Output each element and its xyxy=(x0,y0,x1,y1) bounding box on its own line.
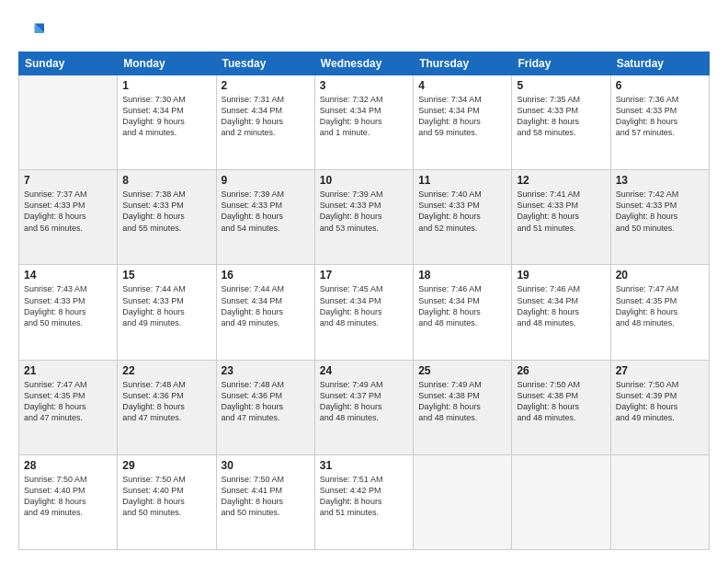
weekday-header-sunday: Sunday xyxy=(19,52,118,75)
day-number: 11 xyxy=(418,174,506,187)
day-number: 28 xyxy=(24,459,112,472)
cell-details: Sunrise: 7:46 AM Sunset: 4:34 PM Dayligh… xyxy=(517,283,605,328)
day-number: 30 xyxy=(222,459,310,472)
calendar-week-row: 7Sunrise: 7:37 AM Sunset: 4:33 PM Daylig… xyxy=(19,170,710,265)
calendar-week-row: 1Sunrise: 7:30 AM Sunset: 4:34 PM Daylig… xyxy=(19,75,710,170)
cell-details: Sunrise: 7:47 AM Sunset: 4:35 PM Dayligh… xyxy=(616,283,704,328)
logo-icon xyxy=(18,20,44,46)
day-number: 6 xyxy=(616,79,704,92)
calendar-cell: 18Sunrise: 7:46 AM Sunset: 4:34 PM Dayli… xyxy=(414,265,512,360)
day-number: 18 xyxy=(418,269,506,282)
cell-details: Sunrise: 7:49 AM Sunset: 4:37 PM Dayligh… xyxy=(320,379,408,424)
weekday-header-thursday: Thursday xyxy=(414,52,512,75)
day-number: 17 xyxy=(320,269,408,282)
cell-details: Sunrise: 7:42 AM Sunset: 4:33 PM Dayligh… xyxy=(616,189,704,234)
cell-details: Sunrise: 7:30 AM Sunset: 4:34 PM Dayligh… xyxy=(122,94,210,139)
cell-details: Sunrise: 7:38 AM Sunset: 4:33 PM Dayligh… xyxy=(122,189,210,234)
calendar-cell xyxy=(19,75,118,170)
calendar-cell: 23Sunrise: 7:48 AM Sunset: 4:36 PM Dayli… xyxy=(216,360,314,454)
cell-details: Sunrise: 7:40 AM Sunset: 4:33 PM Dayligh… xyxy=(418,189,506,234)
cell-details: Sunrise: 7:47 AM Sunset: 4:35 PM Dayligh… xyxy=(24,379,112,424)
calendar-cell: 28Sunrise: 7:50 AM Sunset: 4:40 PM Dayli… xyxy=(19,454,118,549)
cell-details: Sunrise: 7:46 AM Sunset: 4:34 PM Dayligh… xyxy=(418,283,506,328)
calendar-week-row: 28Sunrise: 7:50 AM Sunset: 4:40 PM Dayli… xyxy=(19,454,710,549)
day-number: 13 xyxy=(616,174,704,187)
logo xyxy=(18,20,48,46)
cell-details: Sunrise: 7:44 AM Sunset: 4:33 PM Dayligh… xyxy=(122,283,210,328)
day-number: 31 xyxy=(320,459,408,472)
calendar-cell xyxy=(512,454,610,549)
day-number: 3 xyxy=(320,79,408,92)
calendar: SundayMondayTuesdayWednesdayThursdayFrid… xyxy=(18,52,710,550)
day-number: 27 xyxy=(616,364,704,377)
calendar-cell: 30Sunrise: 7:50 AM Sunset: 4:41 PM Dayli… xyxy=(216,454,314,549)
day-number: 8 xyxy=(122,174,210,187)
day-number: 23 xyxy=(222,364,310,377)
day-number: 15 xyxy=(122,269,210,282)
day-number: 29 xyxy=(122,459,210,472)
cell-details: Sunrise: 7:37 AM Sunset: 4:33 PM Dayligh… xyxy=(24,189,112,234)
calendar-cell: 7Sunrise: 7:37 AM Sunset: 4:33 PM Daylig… xyxy=(19,170,118,265)
weekday-header-row: SundayMondayTuesdayWednesdayThursdayFrid… xyxy=(19,52,710,75)
calendar-cell: 27Sunrise: 7:50 AM Sunset: 4:39 PM Dayli… xyxy=(610,360,709,454)
calendar-cell: 9Sunrise: 7:39 AM Sunset: 4:33 PM Daylig… xyxy=(216,170,314,265)
calendar-cell xyxy=(414,454,512,549)
calendar-cell: 6Sunrise: 7:36 AM Sunset: 4:33 PM Daylig… xyxy=(610,75,709,170)
calendar-cell: 12Sunrise: 7:41 AM Sunset: 4:33 PM Dayli… xyxy=(512,170,610,265)
calendar-week-row: 21Sunrise: 7:47 AM Sunset: 4:35 PM Dayli… xyxy=(19,360,710,454)
day-number: 21 xyxy=(24,364,112,377)
calendar-cell: 17Sunrise: 7:45 AM Sunset: 4:34 PM Dayli… xyxy=(314,265,413,360)
day-number: 9 xyxy=(222,174,310,187)
day-number: 2 xyxy=(222,79,310,92)
calendar-cell: 5Sunrise: 7:35 AM Sunset: 4:33 PM Daylig… xyxy=(512,75,610,170)
calendar-cell: 29Sunrise: 7:50 AM Sunset: 4:40 PM Dayli… xyxy=(118,454,216,549)
calendar-cell: 11Sunrise: 7:40 AM Sunset: 4:33 PM Dayli… xyxy=(414,170,512,265)
weekday-header-friday: Friday xyxy=(512,52,610,75)
calendar-cell: 22Sunrise: 7:48 AM Sunset: 4:36 PM Dayli… xyxy=(118,360,216,454)
day-number: 7 xyxy=(24,174,112,187)
calendar-cell: 24Sunrise: 7:49 AM Sunset: 4:37 PM Dayli… xyxy=(314,360,413,454)
calendar-cell: 2Sunrise: 7:31 AM Sunset: 4:34 PM Daylig… xyxy=(216,75,314,170)
calendar-cell: 8Sunrise: 7:38 AM Sunset: 4:33 PM Daylig… xyxy=(118,170,216,265)
calendar-cell: 13Sunrise: 7:42 AM Sunset: 4:33 PM Dayli… xyxy=(610,170,709,265)
calendar-cell: 26Sunrise: 7:50 AM Sunset: 4:38 PM Dayli… xyxy=(512,360,610,454)
cell-details: Sunrise: 7:36 AM Sunset: 4:33 PM Dayligh… xyxy=(616,94,704,139)
day-number: 10 xyxy=(320,174,408,187)
day-number: 20 xyxy=(616,269,704,282)
day-number: 22 xyxy=(122,364,210,377)
calendar-cell: 19Sunrise: 7:46 AM Sunset: 4:34 PM Dayli… xyxy=(512,265,610,360)
cell-details: Sunrise: 7:43 AM Sunset: 4:33 PM Dayligh… xyxy=(24,283,112,328)
calendar-cell xyxy=(610,454,709,549)
weekday-header-monday: Monday xyxy=(118,52,216,75)
calendar-cell: 14Sunrise: 7:43 AM Sunset: 4:33 PM Dayli… xyxy=(19,265,118,360)
weekday-header-wednesday: Wednesday xyxy=(314,52,413,75)
cell-details: Sunrise: 7:39 AM Sunset: 4:33 PM Dayligh… xyxy=(320,189,408,234)
cell-details: Sunrise: 7:50 AM Sunset: 4:38 PM Dayligh… xyxy=(517,379,605,424)
cell-details: Sunrise: 7:49 AM Sunset: 4:38 PM Dayligh… xyxy=(418,379,506,424)
cell-details: Sunrise: 7:31 AM Sunset: 4:34 PM Dayligh… xyxy=(222,94,310,139)
day-number: 24 xyxy=(320,364,408,377)
cell-details: Sunrise: 7:50 AM Sunset: 4:40 PM Dayligh… xyxy=(24,474,112,519)
cell-details: Sunrise: 7:51 AM Sunset: 4:42 PM Dayligh… xyxy=(320,474,408,519)
cell-details: Sunrise: 7:35 AM Sunset: 4:33 PM Dayligh… xyxy=(517,94,605,139)
day-number: 1 xyxy=(122,79,210,92)
calendar-week-row: 14Sunrise: 7:43 AM Sunset: 4:33 PM Dayli… xyxy=(19,265,710,360)
calendar-cell: 20Sunrise: 7:47 AM Sunset: 4:35 PM Dayli… xyxy=(610,265,709,360)
page: SundayMondayTuesdayWednesdayThursdayFrid… xyxy=(0,0,728,563)
cell-details: Sunrise: 7:50 AM Sunset: 4:41 PM Dayligh… xyxy=(222,474,310,519)
calendar-cell: 31Sunrise: 7:51 AM Sunset: 4:42 PM Dayli… xyxy=(314,454,413,549)
cell-details: Sunrise: 7:41 AM Sunset: 4:33 PM Dayligh… xyxy=(517,189,605,234)
cell-details: Sunrise: 7:32 AM Sunset: 4:34 PM Dayligh… xyxy=(320,94,408,139)
cell-details: Sunrise: 7:34 AM Sunset: 4:34 PM Dayligh… xyxy=(418,94,506,139)
calendar-cell: 15Sunrise: 7:44 AM Sunset: 4:33 PM Dayli… xyxy=(118,265,216,360)
calendar-cell: 10Sunrise: 7:39 AM Sunset: 4:33 PM Dayli… xyxy=(314,170,413,265)
calendar-cell: 1Sunrise: 7:30 AM Sunset: 4:34 PM Daylig… xyxy=(118,75,216,170)
day-number: 26 xyxy=(517,364,605,377)
cell-details: Sunrise: 7:44 AM Sunset: 4:34 PM Dayligh… xyxy=(222,283,310,328)
cell-details: Sunrise: 7:45 AM Sunset: 4:34 PM Dayligh… xyxy=(320,283,408,328)
calendar-cell: 16Sunrise: 7:44 AM Sunset: 4:34 PM Dayli… xyxy=(216,265,314,360)
cell-details: Sunrise: 7:50 AM Sunset: 4:39 PM Dayligh… xyxy=(616,379,704,424)
cell-details: Sunrise: 7:39 AM Sunset: 4:33 PM Dayligh… xyxy=(222,189,310,234)
cell-details: Sunrise: 7:50 AM Sunset: 4:40 PM Dayligh… xyxy=(122,474,210,519)
day-number: 25 xyxy=(418,364,506,377)
